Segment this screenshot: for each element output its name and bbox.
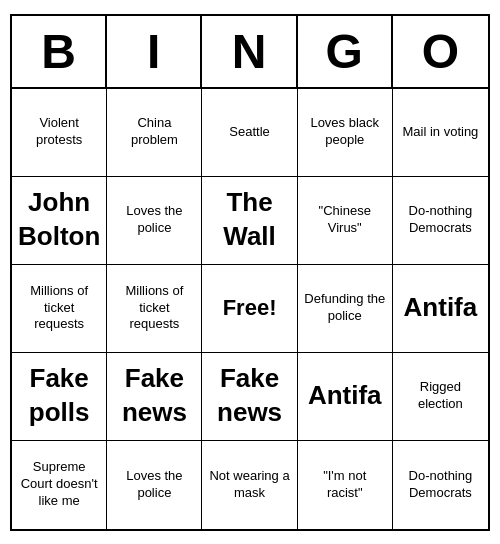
bingo-cell-16: Fake news — [107, 353, 202, 441]
bingo-cell-12: Free! — [202, 265, 297, 353]
bingo-letter-o: O — [393, 16, 488, 87]
bingo-cell-17: Fake news — [202, 353, 297, 441]
bingo-cell-23: "I'm not racist" — [298, 441, 393, 529]
bingo-cell-15: Fake polls — [12, 353, 107, 441]
bingo-letter-g: G — [298, 16, 393, 87]
bingo-cell-11: Millions of ticket requests — [107, 265, 202, 353]
bingo-card: BINGO Violent protestsChina problemSeatt… — [10, 14, 490, 531]
bingo-cell-7: The Wall — [202, 177, 297, 265]
bingo-cell-1: China problem — [107, 89, 202, 177]
bingo-cell-21: Loves the police — [107, 441, 202, 529]
bingo-letter-b: B — [12, 16, 107, 87]
bingo-cell-24: Do-nothing Democrats — [393, 441, 488, 529]
bingo-letter-i: I — [107, 16, 202, 87]
bingo-cell-22: Not wearing a mask — [202, 441, 297, 529]
bingo-cell-0: Violent protests — [12, 89, 107, 177]
bingo-cell-4: Mail in voting — [393, 89, 488, 177]
bingo-cell-3: Loves black people — [298, 89, 393, 177]
bingo-letter-n: N — [202, 16, 297, 87]
bingo-cell-18: Antifa — [298, 353, 393, 441]
bingo-cell-5: John Bolton — [12, 177, 107, 265]
bingo-cell-2: Seattle — [202, 89, 297, 177]
bingo-cell-19: Rigged election — [393, 353, 488, 441]
bingo-cell-13: Defunding the police — [298, 265, 393, 353]
bingo-grid: Violent protestsChina problemSeattleLove… — [12, 89, 488, 529]
bingo-cell-10: Millions of ticket requests — [12, 265, 107, 353]
bingo-cell-20: Supreme Court doesn't like me — [12, 441, 107, 529]
bingo-cell-8: "Chinese Virus" — [298, 177, 393, 265]
bingo-header: BINGO — [12, 16, 488, 89]
bingo-cell-9: Do-nothing Democrats — [393, 177, 488, 265]
bingo-cell-14: Antifa — [393, 265, 488, 353]
bingo-cell-6: Loves the police — [107, 177, 202, 265]
